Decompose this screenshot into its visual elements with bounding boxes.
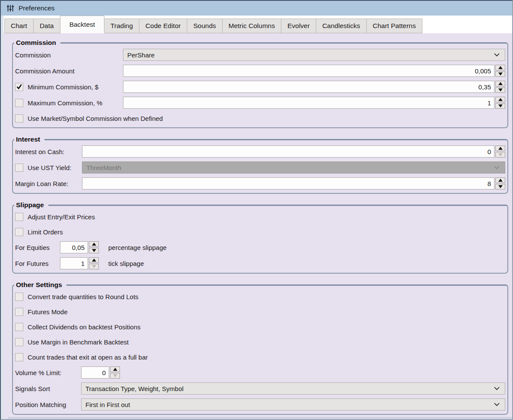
- tab-evolver[interactable]: Evolver: [281, 19, 316, 33]
- tab-metric-columns[interactable]: Metric Columns: [222, 19, 282, 33]
- minimum-commission-row: Minimum Commission, $ 0,35: [15, 81, 505, 93]
- round-lots-label: Convert trade quantities to Round Lots: [28, 293, 138, 300]
- limit-orders-row: Limit Orders: [15, 226, 505, 237]
- spin-up-button[interactable]: [89, 257, 99, 263]
- round-lots-row: Convert trade quantities to Round Lots: [15, 291, 505, 302]
- futures-slippage-label: For Futures: [15, 260, 49, 267]
- spin-up-button[interactable]: [495, 65, 505, 70]
- other-settings-group: Other Settings Convert trade quantities …: [12, 284, 508, 415]
- futures-slippage-spinner: 1: [60, 257, 99, 269]
- position-matching-value: First in First out: [85, 401, 494, 408]
- arrow-up-icon: [113, 368, 117, 371]
- commission-amount-spinner: 0,005: [123, 65, 505, 77]
- spin-down-button[interactable]: [89, 264, 99, 269]
- full-bar-exit-label: Count trades that exit at open as a full…: [28, 354, 148, 361]
- use-market-symbol-checkbox[interactable]: [15, 114, 23, 123]
- spin-up-button[interactable]: [495, 177, 505, 183]
- spin-down-button[interactable]: [495, 184, 505, 189]
- full-bar-exit-checkbox[interactable]: [15, 353, 23, 361]
- arrow-down-icon: [498, 88, 503, 92]
- spin-down-button[interactable]: [495, 87, 505, 93]
- maximum-commission-checkbox[interactable]: [15, 99, 23, 107]
- arrow-up-icon: [498, 179, 503, 182]
- minimum-commission-checkbox[interactable]: [15, 83, 23, 91]
- tab-data[interactable]: Data: [33, 19, 60, 33]
- commission-type-select[interactable]: PerShare: [123, 49, 505, 61]
- commission-amount-field[interactable]: 0,005: [123, 65, 494, 77]
- slippage-group-title: Slippage: [14, 200, 48, 209]
- tab-chart[interactable]: Chart: [4, 19, 34, 33]
- arrow-up-icon: [92, 243, 96, 246]
- spin-down-button[interactable]: [495, 71, 505, 77]
- arrow-up-icon: [498, 82, 503, 85]
- preferences-window: Preferences Chart Data Backtest Trading …: [0, 0, 513, 420]
- collect-dividends-checkbox[interactable]: [15, 323, 23, 331]
- spin-up-button[interactable]: [89, 241, 99, 247]
- adjust-prices-row: Adjust Entry/Exit Prices: [15, 211, 505, 222]
- collect-dividends-label: Collect Dividends on backtest Positions: [28, 323, 141, 331]
- minimum-commission-spinner: 0,35: [123, 81, 505, 93]
- interest-on-cash-field[interactable]: 0: [82, 145, 494, 158]
- signals-sort-row: Signals Sort Transaction Type, Weight, S…: [15, 382, 505, 395]
- arrow-down-icon: [92, 249, 96, 252]
- tab-candlesticks[interactable]: Candlesticks: [316, 19, 367, 33]
- arrow-up-icon: [498, 98, 503, 101]
- spin-down-button[interactable]: [495, 103, 505, 109]
- minimum-commission-field[interactable]: 0,35: [123, 81, 494, 93]
- arrow-down-icon: [498, 104, 503, 107]
- limit-orders-checkbox[interactable]: [15, 228, 23, 236]
- window-frame: Chart Data Backtest Trading Code Editor …: [1, 16, 512, 419]
- tab-backtest[interactable]: Backtest: [60, 16, 104, 33]
- chevron-down-icon: [494, 53, 500, 57]
- tab-code-editor[interactable]: Code Editor: [139, 19, 187, 33]
- tab-chart-patterns[interactable]: Chart Patterns: [366, 19, 422, 33]
- spin-down-button[interactable]: [89, 248, 99, 253]
- spin-up-button[interactable]: [495, 145, 505, 151]
- slippage-group: Slippage Adjust Entry/Exit Prices Limit …: [12, 205, 508, 274]
- margin-loan-rate-row: Margin Loan Rate: 8: [15, 177, 505, 189]
- arrow-down-icon: [113, 374, 117, 377]
- margin-loan-rate-field[interactable]: 8: [82, 177, 494, 189]
- use-ust-yield-checkbox[interactable]: [15, 164, 23, 172]
- volume-limit-field[interactable]: 0: [81, 366, 109, 379]
- spin-up-button[interactable]: [495, 97, 505, 102]
- full-bar-exit-row: Count trades that exit at open as a full…: [15, 351, 505, 363]
- position-matching-select[interactable]: First in First out: [81, 398, 505, 411]
- signals-sort-select[interactable]: Transaction Type, Weight, Symbol: [81, 382, 505, 395]
- futures-mode-label: Futures Mode: [28, 308, 68, 316]
- maximum-commission-spinner: 1: [123, 97, 505, 109]
- use-market-symbol-label: Use Market/Symbol Commission when Define…: [28, 115, 163, 122]
- equities-slippage-row: For Equities 0,05 percentage slippage: [15, 241, 505, 253]
- maximum-commission-row: Maximum Commission, % 1: [15, 97, 505, 109]
- tab-trading[interactable]: Trading: [104, 19, 139, 33]
- position-matching-row: Position Matching First in First out: [15, 398, 505, 411]
- interest-on-cash-row: Interest on Cash: 0: [15, 145, 505, 158]
- position-matching-label: Position Matching: [15, 401, 66, 408]
- maximum-commission-field[interactable]: 1: [123, 97, 494, 109]
- round-lots-checkbox[interactable]: [15, 293, 23, 301]
- spin-up-button[interactable]: [110, 366, 120, 372]
- benchmark-margin-checkbox[interactable]: [15, 338, 23, 346]
- spin-up-button[interactable]: [495, 81, 505, 86]
- window-title: Preferences: [19, 4, 55, 12]
- commission-type-row: Commission PerShare: [15, 49, 505, 61]
- futures-mode-row: Futures Mode: [15, 306, 505, 317]
- interest-group: Interest Interest on Cash: 0: [12, 139, 508, 194]
- limit-orders-label: Limit Orders: [28, 228, 63, 236]
- spin-down-button[interactable]: [495, 152, 505, 158]
- interest-on-cash-label: Interest on Cash:: [15, 148, 64, 155]
- adjust-prices-checkbox[interactable]: [15, 213, 23, 221]
- title-bar: Preferences: [1, 1, 512, 16]
- tab-sounds[interactable]: Sounds: [187, 19, 223, 33]
- backtest-settings-panel: Commission Commission PerShare Commissi: [3, 33, 512, 419]
- futures-mode-checkbox[interactable]: [15, 308, 23, 316]
- chevron-down-icon: [494, 403, 500, 406]
- chevron-down-icon: [494, 387, 500, 390]
- adjust-prices-label: Adjust Entry/Exit Prices: [28, 213, 95, 221]
- equities-slippage-field[interactable]: 0,05: [60, 241, 88, 253]
- futures-slippage-field[interactable]: 1: [60, 257, 88, 269]
- spin-down-button[interactable]: [110, 373, 120, 379]
- arrow-down-icon: [498, 153, 503, 156]
- other-settings-group-title: Other Settings: [14, 280, 66, 289]
- arrow-up-icon: [92, 259, 96, 262]
